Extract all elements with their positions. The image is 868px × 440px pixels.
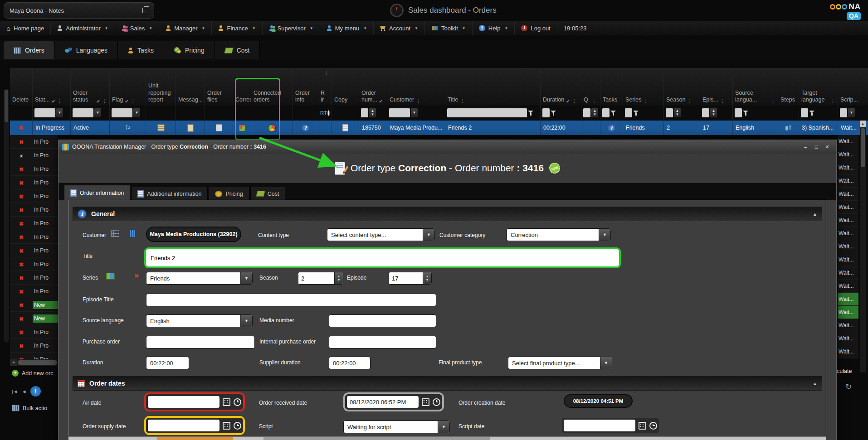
table-row[interactable]: Wait... (838, 201, 858, 214)
tab-additional-information[interactable]: Additional information (131, 187, 208, 200)
filter-cell[interactable]: ▲▼ (664, 105, 700, 121)
kebab-menu-icon[interactable]: ⋮ (57, 98, 62, 104)
column-header[interactable]: Season⋮ (664, 68, 700, 105)
filter-button[interactable]: ▼ (56, 108, 63, 117)
first-page-button[interactable]: |◄ (12, 389, 18, 394)
delete-order-icon[interactable]: ✖ (10, 206, 33, 214)
spinner-arrows-icon[interactable]: ▲▼ (423, 272, 431, 284)
table-row[interactable]: Wait... (838, 332, 858, 345)
column-header[interactable]: Order info (293, 68, 318, 105)
grid-cell[interactable]: 00:22:00 (541, 121, 581, 135)
grid-cell[interactable] (332, 121, 359, 135)
grid-cell[interactable]: 3) Spanish... (799, 121, 838, 135)
supplier-duration-input[interactable] (329, 357, 371, 369)
delete-order-icon[interactable]: ✖ (10, 165, 33, 173)
menu-item-my-menu[interactable]: My menu▼ (320, 21, 374, 35)
table-row[interactable]: Wait... (838, 306, 858, 319)
order-files-icon[interactable] (216, 124, 222, 131)
grid-cell[interactable]: i (600, 121, 623, 135)
table-row[interactable]: Wait... (838, 240, 858, 253)
filter-cell[interactable]: ▼ (71, 105, 110, 121)
kebab-menu-icon[interactable]: ⋮ (770, 98, 775, 104)
grid-cell[interactable]: Friends 2 (445, 121, 541, 135)
column-header[interactable]: Order num...✔⋮ (359, 68, 387, 105)
tab-pricing[interactable]: Pricing (164, 41, 215, 59)
kebab-menu-icon[interactable]: ⋮ (102, 98, 107, 104)
customer-category-select[interactable]: Correction▼ (507, 228, 611, 241)
table-row[interactable]: Wait... (838, 174, 858, 188)
order-received-date-field[interactable] (345, 394, 442, 410)
table-row[interactable]: Wait... (838, 161, 858, 174)
table-row[interactable]: ✖In Pro (10, 162, 58, 176)
filter-cell[interactable] (541, 105, 581, 121)
menu-item-help[interactable]: ? Help▼ (473, 21, 515, 35)
filter-box[interactable] (702, 108, 709, 117)
table-row[interactable]: ✖In Pro (10, 257, 58, 271)
grid-cell[interactable]: Friends (623, 121, 664, 135)
funnel-icon[interactable] (528, 110, 533, 116)
filter-cell[interactable] (10, 105, 33, 121)
table-row[interactable]: ✖In Pro (10, 217, 58, 230)
kebab-menu-icon[interactable]: ⋮ (830, 98, 835, 104)
page-number-badge[interactable]: 1 (30, 386, 41, 396)
filter-cell[interactable]: ▼ (33, 105, 71, 121)
filter-cell[interactable] (146, 105, 176, 121)
delete-order-icon[interactable]: ✖ (10, 314, 33, 323)
filter-cell[interactable]: ▼ (110, 105, 146, 121)
duration-input[interactable] (146, 357, 189, 369)
dialog-titlebar[interactable]: OOONA Translation Manager - Order type C… (59, 140, 836, 154)
filter-cell[interactable]: ▲▼ (581, 105, 600, 121)
kebab-menu-icon[interactable]: ⋮ (460, 98, 465, 104)
column-header[interactable]: Stat...✔⋮ (33, 68, 71, 105)
filter-box[interactable] (840, 108, 847, 117)
funnel-icon[interactable] (551, 110, 556, 116)
kebab-menu-icon[interactable]: ⋮ (324, 70, 329, 76)
grid-cell[interactable]: Maya Media Produ... (387, 121, 445, 135)
table-row[interactable]: ✖In Pro (10, 285, 58, 298)
steps-icon[interactable] (785, 125, 792, 131)
table-row[interactable]: ✖In Pro (10, 244, 58, 257)
column-header[interactable]: Q.⋮ (581, 68, 600, 105)
chevron-down-icon[interactable]: ▼ (438, 421, 449, 433)
tab-order-information[interactable]: Order information (64, 185, 130, 200)
season-stepper[interactable]: ▲▼ (298, 272, 343, 285)
spinner-arrows-icon[interactable]: ▲▼ (334, 272, 343, 284)
chevron-down-icon[interactable]: ▼ (240, 315, 252, 327)
delete-order-icon[interactable]: ✖ (10, 192, 33, 200)
script-date-input[interactable] (564, 420, 635, 431)
calendar-icon[interactable] (639, 422, 646, 430)
script-select[interactable]: Waiting for script▼ (343, 421, 450, 433)
column-header[interactable]: Source langua...⋮ (733, 68, 778, 105)
column-header[interactable]: Delete (10, 68, 33, 105)
filter-box[interactable] (583, 108, 590, 117)
table-row[interactable]: ✖In Pro (10, 230, 58, 244)
filter-cell[interactable] (293, 105, 318, 121)
chevron-down-icon[interactable]: ▼ (240, 272, 252, 284)
delete-order-icon[interactable]: ✖ (10, 301, 33, 309)
filter-cell[interactable] (332, 105, 359, 121)
scroll-left-icon[interactable]: ◄ (10, 359, 17, 366)
filter-box[interactable] (389, 108, 410, 117)
kebab-menu-icon[interactable]: ⋮ (591, 98, 596, 104)
maximize-icon[interactable]: □ (811, 143, 822, 151)
customer-table-icon[interactable] (111, 230, 119, 237)
delete-order-icon[interactable]: ✖ (19, 125, 23, 131)
media-number-input[interactable] (329, 314, 436, 327)
title-input[interactable] (146, 249, 619, 266)
calendar-icon[interactable] (223, 422, 230, 430)
series-select[interactable]: Friends▼ (146, 272, 253, 285)
kebab-menu-icon[interactable]: ⋮ (687, 98, 692, 104)
flag-icon[interactable]: ⚐ (125, 124, 131, 131)
table-row[interactable]: ✖In Pro (10, 135, 58, 149)
close-icon[interactable]: ✕ (822, 143, 833, 151)
episode-title-input[interactable] (146, 294, 436, 306)
dialog-horizontal-scrollbar[interactable] (68, 437, 826, 440)
filter-box[interactable] (447, 108, 527, 117)
table-row[interactable]: ✖New (10, 298, 58, 312)
internal-purchase-order-input[interactable] (329, 336, 436, 348)
delete-order-icon[interactable]: ✖ (10, 342, 33, 350)
column-header[interactable]: Tasks (600, 68, 623, 105)
kebab-menu-icon[interactable]: ⋮ (572, 98, 577, 104)
chevron-down-icon[interactable]: ▼ (600, 357, 612, 369)
multi-check-icon[interactable]: ✔ (566, 99, 570, 104)
